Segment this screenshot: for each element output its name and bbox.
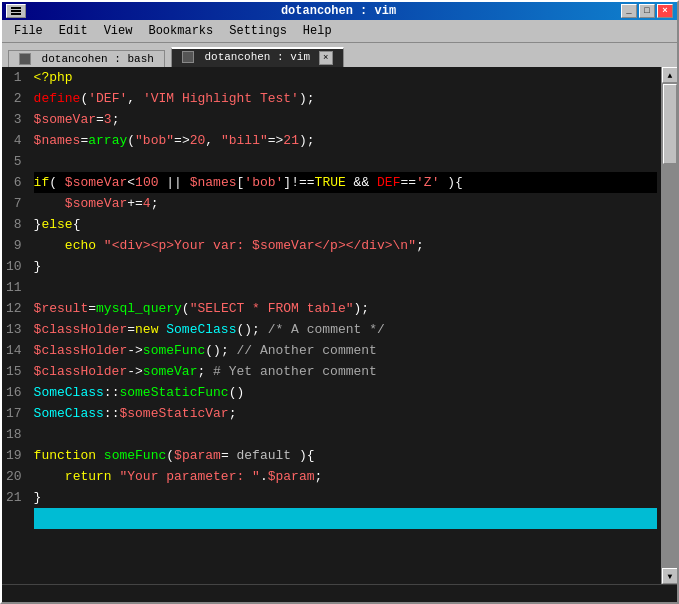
tab-bash-icon <box>19 53 31 65</box>
window-controls: _ □ × <box>621 4 673 18</box>
title-bar: dotancohen : vim _ □ × <box>2 2 677 20</box>
code-line-19: function someFunc($param= default ){ <box>34 445 657 466</box>
editor-area: 12345 678910 1112131415 1617181920 21 <?… <box>2 67 677 602</box>
line-numbers: 12345 678910 1112131415 1617181920 21 <box>2 67 30 584</box>
code-line-21: } <box>34 487 657 508</box>
cursor-line <box>34 508 657 529</box>
code-view[interactable]: 12345 678910 1112131415 1617181920 21 <?… <box>2 67 677 602</box>
code-line-20: return "Your parameter: ".$param; <box>34 466 657 487</box>
minimize-button[interactable]: _ <box>621 4 637 18</box>
code-line-7: $someVar+=4; <box>34 193 657 214</box>
code-line-14: $classHolder->someFunc(); // Another com… <box>34 340 657 361</box>
code-line-11 <box>34 277 657 298</box>
menu-file[interactable]: File <box>6 22 51 40</box>
scroll-up-button[interactable]: ▲ <box>662 67 677 83</box>
code-line-13: $classHolder=new SomeClass(); /* A comme… <box>34 319 657 340</box>
code-line-4: $names=array("bob"=>20, "bill"=>21); <box>34 130 657 151</box>
code-line-3: $someVar=3; <box>34 109 657 130</box>
maximize-button[interactable]: □ <box>639 4 655 18</box>
scroll-track[interactable] <box>662 83 677 568</box>
code-content: 12345 678910 1112131415 1617181920 21 <?… <box>2 67 677 584</box>
code-line-16: SomeClass::someStaticFunc() <box>34 382 657 403</box>
main-window: dotancohen : vim _ □ × File Edit View Bo… <box>0 0 679 604</box>
scroll-thumb[interactable] <box>663 84 677 164</box>
code-line-10: } <box>34 256 657 277</box>
tab-close-button[interactable]: × <box>319 51 333 65</box>
code-line-2: define('DEF', 'VIM Highlight Test'); <box>34 88 657 109</box>
menu-edit[interactable]: Edit <box>51 22 96 40</box>
close-button[interactable]: × <box>657 4 673 18</box>
code-line-1: <?php <box>34 67 657 88</box>
menu-bar: File Edit View Bookmarks Settings Help <box>2 20 677 43</box>
tab-bash[interactable]: dotancohen : bash <box>8 50 165 67</box>
code-line-6: if( $someVar<100 || $names['bob']!==TRUE… <box>34 172 657 193</box>
tab-vim-icon <box>182 51 194 63</box>
code-line-5 <box>34 151 657 172</box>
code-line-8: }else{ <box>34 214 657 235</box>
menu-settings[interactable]: Settings <box>221 22 295 40</box>
menu-help[interactable]: Help <box>295 22 340 40</box>
vim-status-bar <box>2 584 677 602</box>
scroll-down-button[interactable]: ▼ <box>662 568 677 584</box>
code-line-17: SomeClass::$someStaticVar; <box>34 403 657 424</box>
svg-rect-2 <box>11 13 21 15</box>
code-line-12: $result=mysql_query("SELECT * FROM table… <box>34 298 657 319</box>
code-lines: <?php define('DEF', 'VIM Highlight Test'… <box>30 67 661 584</box>
menu-bookmarks[interactable]: Bookmarks <box>140 22 221 40</box>
svg-rect-0 <box>11 7 21 9</box>
tab-bar: dotancohen : bash dotancohen : vim × <box>2 43 677 67</box>
code-line-9: echo "<div><p>Your var: $someVar</p></di… <box>34 235 657 256</box>
window-title: dotancohen : vim <box>56 4 621 18</box>
svg-rect-1 <box>11 10 21 12</box>
tab-vim[interactable]: dotancohen : vim × <box>171 47 344 67</box>
system-menu-button[interactable] <box>6 4 26 18</box>
menu-view[interactable]: View <box>96 22 141 40</box>
code-line-15: $classHolder->someVar; # Yet another com… <box>34 361 657 382</box>
vertical-scrollbar[interactable]: ▲ ▼ <box>661 67 677 584</box>
code-line-18 <box>34 424 657 445</box>
